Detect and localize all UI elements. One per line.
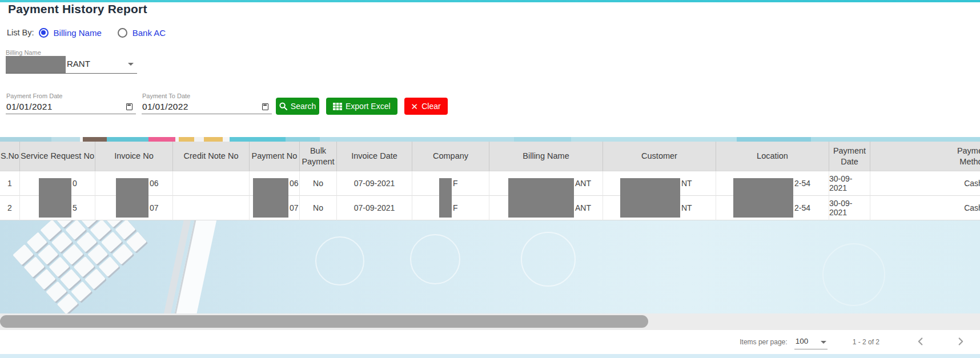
redaction-box	[253, 195, 288, 218]
cell-payment-method: Cash	[870, 171, 980, 196]
horizontal-scrollbar-track[interactable]	[0, 313, 980, 329]
redaction-box	[620, 195, 680, 218]
cell-company: F	[412, 196, 489, 220]
items-per-page-select[interactable]: 100	[794, 335, 828, 349]
col-header-company: Company	[412, 142, 489, 171]
search-button[interactable]: Search	[276, 98, 319, 115]
caret-down-icon	[128, 63, 134, 66]
table-grid-icon	[333, 103, 342, 110]
table-header-row: S.No Service Request No Invoice No Credi…	[0, 142, 980, 171]
clear-button[interactable]: ✕ Clear	[404, 98, 448, 115]
redaction-box	[39, 178, 71, 196]
payment-from-date-field: Payment From Date 01/01/2021	[6, 92, 136, 115]
calendar-icon[interactable]	[262, 103, 268, 110]
cell-service-request-no: 0	[20, 171, 95, 196]
cell-billing-name: ANT	[489, 196, 603, 220]
background-circle-icon	[410, 234, 460, 284]
cell-service-request-no: 5	[20, 196, 95, 220]
items-per-page-label: Items per page:	[740, 338, 787, 346]
page-title: Payment History Report	[8, 2, 147, 16]
page-range-label: 1 - 2 of 2	[853, 338, 879, 346]
col-header-invoice-no: Invoice No	[95, 142, 173, 171]
radio-billing-name[interactable]: Billing Name	[39, 28, 102, 38]
previous-page-button[interactable]	[911, 333, 930, 351]
x-mark-icon: ✕	[411, 102, 419, 111]
paginator: Items per page: 100 1 - 2 of 2	[0, 329, 980, 354]
export-excel-button-label: Export Excel	[346, 102, 391, 111]
payment-from-date-value: 01/01/2021	[6, 102, 53, 112]
radio-unselected-icon[interactable]	[118, 28, 127, 38]
export-excel-button[interactable]: Export Excel	[326, 98, 397, 115]
cell-sno: 1	[0, 171, 20, 196]
filter-buttons: Search Export Excel ✕ Clear	[276, 98, 448, 115]
decorative-color-strip	[0, 137, 980, 142]
radio-bank-ac[interactable]: Bank AC	[118, 28, 166, 38]
cell-invoice-no: 07	[95, 196, 173, 220]
redaction-box	[508, 195, 574, 218]
payment-to-date-label: Payment To Date	[142, 92, 190, 99]
radio-selected-icon[interactable]	[39, 28, 49, 38]
caret-down-icon	[821, 341, 826, 344]
payment-to-date-field: Payment To Date 01/01/2022	[142, 92, 272, 115]
col-header-payment-method: Payment Method	[870, 142, 980, 171]
cell-location: 2-54	[716, 171, 829, 196]
col-header-payment-date: Payment Date	[829, 142, 870, 171]
next-page-button[interactable]	[951, 333, 970, 351]
billing-name-value-suffix: RANT	[67, 59, 90, 69]
redaction-box	[439, 178, 452, 196]
redaction-box	[116, 195, 148, 218]
redaction-box	[439, 195, 452, 218]
background-circle-icon	[521, 232, 576, 287]
col-header-credit-note-no: Credit Note No	[173, 142, 250, 171]
cell-payment-date: 30-09-2021	[829, 196, 870, 220]
search-icon	[279, 102, 287, 110]
payment-from-date-label: Payment From Date	[6, 92, 62, 99]
col-header-service-request-no: Service Request No	[20, 142, 95, 171]
redaction-box	[620, 178, 680, 196]
col-header-sno: S.No	[0, 142, 20, 171]
bottom-accent-bar	[0, 354, 980, 358]
col-header-payment-no: Payment No	[250, 142, 300, 171]
radio-billing-name-label[interactable]: Billing Name	[54, 28, 102, 38]
payment-history-table: S.No Service Request No Invoice No Credi…	[0, 142, 980, 220]
table-row: 2 5 07 07 No 07-09-2021 F ANT NT 2-54 30…	[0, 196, 980, 220]
horizontal-scrollbar-thumb[interactable]	[0, 315, 648, 328]
table-row: 1 0 06 06 No 07-09-2021 F ANT NT 2-54 30…	[0, 171, 980, 196]
cell-invoice-no: 06	[95, 171, 173, 196]
payment-to-date-input[interactable]: 01/01/2022	[142, 100, 272, 114]
payment-from-date-input[interactable]: 01/01/2021	[6, 100, 136, 114]
redaction-box	[6, 56, 66, 73]
redaction-box	[253, 178, 288, 196]
cell-location: 2-54	[716, 196, 829, 220]
chevron-right-icon	[954, 335, 967, 349]
background-circle-icon	[822, 243, 885, 306]
cell-bulk-payment: No	[300, 171, 337, 196]
list-by-label: List By:	[7, 28, 34, 37]
clear-button-label: Clear	[421, 102, 440, 111]
col-header-customer: Customer	[603, 142, 716, 171]
cell-billing-name: ANT	[489, 171, 603, 196]
col-header-bulk-payment: Bulk Payment	[300, 142, 337, 171]
payment-to-date-value: 01/01/2022	[142, 102, 188, 112]
keyboard-illustration	[13, 220, 174, 313]
cell-credit-note-no	[173, 196, 250, 220]
chevron-left-icon	[914, 335, 927, 349]
redaction-box	[116, 178, 148, 196]
payment-history-report-page: Payment History Report List By: Billing …	[0, 0, 980, 358]
cell-payment-date: 30-09-2021	[829, 171, 870, 196]
col-header-location: Location	[716, 142, 829, 171]
list-by-group: List By: Billing Name Bank AC	[7, 26, 166, 39]
redaction-box	[733, 178, 793, 196]
background-illustration	[0, 220, 980, 313]
cell-invoice-date: 07-09-2021	[337, 196, 412, 220]
radio-bank-ac-label[interactable]: Bank AC	[132, 28, 166, 38]
cell-invoice-date: 07-09-2021	[337, 171, 412, 196]
filter-panel: Payment History Report List By: Billing …	[0, 2, 980, 137]
billing-name-select[interactable]: RANT	[6, 55, 137, 74]
cell-sno: 2	[0, 196, 20, 220]
background-circle-icon	[315, 236, 364, 285]
calendar-icon[interactable]	[126, 103, 132, 110]
cell-payment-no: 06	[250, 171, 300, 196]
col-header-invoice-date: Invoice Date	[337, 142, 412, 171]
cell-payment-no: 07	[250, 196, 300, 220]
